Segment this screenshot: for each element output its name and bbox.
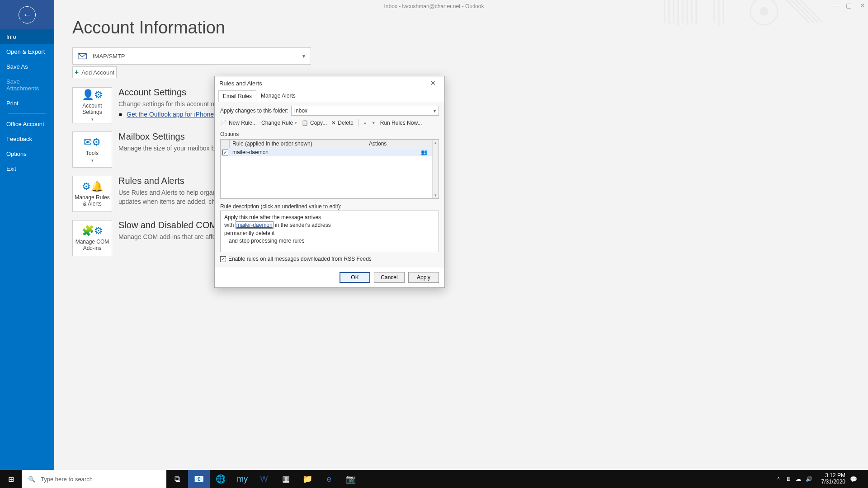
rule-enabled-checkbox[interactable] xyxy=(222,150,228,155)
desc-line2: with mailer-daemon in the sender's addre… xyxy=(224,221,435,229)
outlook-icon[interactable]: 📧 xyxy=(188,470,210,488)
move-up-button[interactable]: ▲ xyxy=(363,121,367,125)
search-icon: 🔍 xyxy=(28,476,35,483)
chevron-down-icon: ▾ xyxy=(91,158,94,163)
close-icon[interactable]: ✕ xyxy=(860,2,865,9)
sender-value-link[interactable]: mailer-daemon xyxy=(236,221,274,229)
tile-label: Manage Rules & Alerts xyxy=(73,194,112,207)
ok-button[interactable]: OK xyxy=(340,272,370,283)
options-button[interactable]: Options xyxy=(220,131,239,137)
folder-value: Inbox xyxy=(294,108,307,114)
back-bar: ← xyxy=(0,0,54,29)
move-down-button[interactable]: ▼ xyxy=(372,121,376,125)
sidebar-item-info[interactable]: Info xyxy=(0,29,54,44)
rule-name: mailer-daemon xyxy=(230,149,366,155)
start-button[interactable]: ⊞ xyxy=(0,475,22,483)
delete-rule-button[interactable]: ✕Delete xyxy=(331,120,354,126)
sidebar-divider xyxy=(8,113,46,114)
display-icon[interactable]: 🖥 xyxy=(786,476,791,482)
file-explorer-icon[interactable]: 📁 xyxy=(297,470,318,488)
folder-label: Apply changes to this folder: xyxy=(220,108,288,114)
sidebar-item-print[interactable]: Print xyxy=(0,96,54,111)
search-box[interactable]: 🔍 Type here to search xyxy=(22,470,166,488)
rules-and-alerts-dialog: Rules and Alerts ✕ Email Rules Manage Al… xyxy=(214,76,445,288)
rule-row[interactable]: mailer-daemon 👥 xyxy=(221,148,439,156)
mail-icon xyxy=(77,51,87,61)
folder-selector-row: Apply changes to this folder: Inbox ▾ xyxy=(220,106,439,116)
sidebar-item-feedback[interactable]: Feedback xyxy=(0,131,54,146)
time: 3:12 PM xyxy=(821,473,845,479)
date: 7/31/2020 xyxy=(821,479,845,485)
tab-manage-alerts[interactable]: Manage Alerts xyxy=(256,90,300,102)
word-icon[interactable]: W xyxy=(253,470,275,488)
dialog-footer: OK Cancel Apply xyxy=(215,267,444,287)
sidebar-item-office-account[interactable]: Office Account xyxy=(0,117,54,131)
tools-tile[interactable]: ✉⚙ Tools ▾ xyxy=(72,131,112,168)
envelope-gear-icon: ✉⚙ xyxy=(84,136,101,148)
cancel-button[interactable]: Cancel xyxy=(374,272,405,283)
scrollbar[interactable]: ▴ ▾ xyxy=(432,140,439,198)
desc-line3: permanently delete it xyxy=(224,230,435,237)
app2-icon[interactable]: ▦ xyxy=(275,470,297,488)
account-type-label: IMAP/SMTP xyxy=(93,53,125,60)
backstage-sidebar: Info Open & Export Save As Save Attachme… xyxy=(0,29,54,488)
svg-point-12 xyxy=(760,8,768,15)
sidebar-item-options[interactable]: Options xyxy=(0,146,54,161)
tile-label: Manage COM Add-ins xyxy=(73,239,112,251)
main-content: Account Information IMAP/SMTP ▼ + Add Ac… xyxy=(72,18,850,488)
window-title: Inbox - lwcushman@charter.net - Outlook xyxy=(384,3,484,9)
dialog-body: Apply changes to this folder: Inbox ▾ 📄N… xyxy=(215,102,444,267)
section-account-settings: 👤⚙ Account Settings ▾ Account Settings C… xyxy=(72,87,850,123)
sidebar-item-save-attachments: Save Attachments xyxy=(0,74,54,96)
apply-button[interactable]: Apply xyxy=(408,272,439,283)
back-button[interactable]: ← xyxy=(19,6,36,23)
scroll-down-icon[interactable]: ▾ xyxy=(433,192,439,198)
ie-icon[interactable]: e xyxy=(318,470,340,488)
dialog-tabs: Email Rules Manage Alerts xyxy=(215,90,444,102)
rule-description-box: Apply this rule after the message arrive… xyxy=(220,211,439,252)
dialog-title: Rules and Alerts xyxy=(219,80,262,87)
addin-gear-icon: 🧩⚙ xyxy=(82,225,103,237)
chevron-down-icon: ▼ xyxy=(302,54,306,59)
new-icon: 📄 xyxy=(220,120,227,126)
tab-email-rules[interactable]: Email Rules xyxy=(218,90,256,102)
sidebar-item-save-as[interactable]: Save As xyxy=(0,59,54,74)
sidebar-item-exit[interactable]: Exit xyxy=(0,161,54,176)
system-tray[interactable]: ＾ 🖥 ☁ 🔊 xyxy=(771,475,817,483)
chrome-icon[interactable]: 🌐 xyxy=(210,470,231,488)
taskbar-apps: ⧉ 📧 🌐 my W ▦ 📁 e 📷 xyxy=(166,470,362,488)
account-settings-tile[interactable]: 👤⚙ Account Settings ▾ xyxy=(72,87,112,123)
user-gear-icon: 👤⚙ xyxy=(82,89,103,101)
scroll-up-icon[interactable]: ▴ xyxy=(433,140,439,146)
manage-rules-tile[interactable]: ⚙🔔 Manage Rules & Alerts xyxy=(72,176,112,212)
rss-checkbox-row: Enable rules on all messages downloaded … xyxy=(220,256,439,262)
dialog-close-button[interactable]: ✕ xyxy=(426,78,440,88)
rule-description-label: Rule description (click an underlined va… xyxy=(220,203,439,210)
section-com-addins: 🧩⚙ Manage COM Add-ins Slow and Disabled … xyxy=(72,220,850,256)
cloud-icon[interactable]: ☁ xyxy=(796,476,801,482)
rss-checkbox[interactable] xyxy=(220,256,226,262)
copy-rule-button[interactable]: 📋Copy... xyxy=(302,120,327,126)
arrow-left-icon: ← xyxy=(23,9,32,20)
task-view-icon[interactable]: ⧉ xyxy=(166,470,188,488)
section-mailbox-settings: ✉⚙ Tools ▾ Mailbox Settings Manage the s… xyxy=(72,131,850,168)
change-rule-button[interactable]: Change Rule▾ xyxy=(261,120,297,126)
folder-select[interactable]: Inbox ▾ xyxy=(291,106,439,116)
run-rules-button[interactable]: Run Rules Now... xyxy=(380,120,422,126)
rules-toolbar: 📄New Rule... Change Rule▾ 📋Copy... ✕Dele… xyxy=(220,119,439,137)
account-selector[interactable]: IMAP/SMTP ▼ xyxy=(72,47,311,65)
tile-label: Tools xyxy=(86,150,99,156)
camera-icon[interactable]: 📷 xyxy=(340,470,362,488)
action-center-icon[interactable]: 💬 xyxy=(850,476,868,483)
sidebar-item-open-export[interactable]: Open & Export xyxy=(0,44,54,59)
manage-com-tile[interactable]: 🧩⚙ Manage COM Add-ins xyxy=(72,220,112,256)
new-rule-button[interactable]: 📄New Rule... xyxy=(220,120,257,126)
tile-label: Account Settings xyxy=(73,103,112,115)
section-text: Manage COM add-ins that are affecting xyxy=(118,232,230,241)
rss-label: Enable rules on all messages downloaded … xyxy=(228,256,372,262)
app-icon[interactable]: my xyxy=(231,470,253,488)
volume-icon[interactable]: 🔊 xyxy=(806,476,812,482)
add-account-button[interactable]: + Add Account xyxy=(72,66,117,78)
clock[interactable]: 3:12 PM 7/31/2020 xyxy=(817,473,850,485)
tray-chevron-icon[interactable]: ＾ xyxy=(776,475,781,483)
